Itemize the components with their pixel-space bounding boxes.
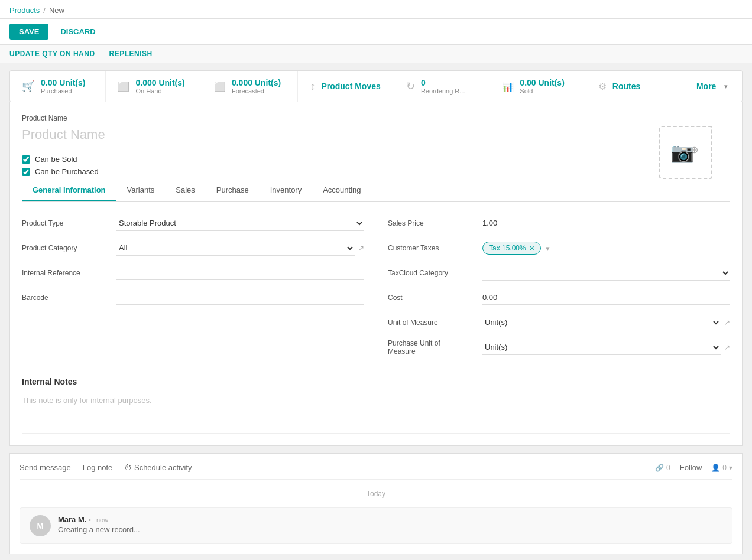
sales-price-row: Sales Price [388, 214, 730, 233]
stat-more[interactable]: More ▾ [682, 71, 742, 102]
cost-label: Cost [388, 294, 482, 302]
breadcrumb-separator: / [43, 6, 46, 15]
barcode-input[interactable] [116, 291, 364, 305]
discard-button[interactable]: DISCARD [53, 24, 102, 40]
stat-sold-number: 0.00 Unit(s) [520, 78, 564, 87]
on-hand-icon: ⬜ [118, 81, 129, 92]
internal-reference-input[interactable] [116, 266, 364, 280]
internal-reference-label: Internal Reference [22, 269, 116, 277]
product-type-select[interactable]: Storable Product [116, 216, 364, 231]
taxcloud-category-select[interactable] [482, 265, 730, 281]
internal-notes-input[interactable]: This note is only for internal purposes. [22, 391, 730, 409]
update-qty-button[interactable]: UPDATE QTY ON HAND [9, 50, 95, 58]
tab-inventory[interactable]: Inventory [260, 180, 312, 201]
tax-badge: Tax 15.00% × [482, 242, 541, 255]
message-separator: • [89, 516, 93, 523]
top-actions-bar: UPDATE QTY ON HAND REPLENISH [0, 45, 752, 63]
log-note-button[interactable]: Log note [83, 463, 113, 472]
save-button[interactable]: SAVE [9, 24, 48, 40]
stat-reordering[interactable]: ↻ 0 Reordering R... [394, 71, 490, 102]
message-header: Mara M. • now [58, 515, 722, 524]
unit-of-measure-row: Unit of Measure Unit(s) ↗ [388, 313, 730, 332]
can-be-sold-label: Can be Sold [35, 155, 77, 164]
routes-icon: ⚙ [598, 81, 607, 92]
stat-sold-label: Sold [520, 87, 564, 95]
stat-reordering-number: 0 [421, 78, 465, 87]
follow-button[interactable]: Follow [680, 463, 702, 472]
internal-reference-row: Internal Reference [22, 263, 364, 282]
follower-count: 👤 0 ▾ [711, 464, 732, 472]
message-item: M Mara M. • now Creating a new record... [20, 507, 732, 544]
tab-purchase[interactable]: Purchase [206, 180, 260, 201]
cost-input[interactable] [482, 291, 730, 305]
right-col: Sales Price Customer Taxes Tax 15.00% × … [388, 214, 730, 363]
stat-routes[interactable]: ⚙ Routes [586, 71, 682, 102]
notes-divider [22, 433, 730, 434]
purchase-uom-row: Purchase Unit ofMeasure Unit(s) ↗ [388, 338, 730, 357]
cost-row: Cost [388, 288, 730, 307]
forecasted-icon: ⬜ [214, 81, 226, 92]
stat-product-moves[interactable]: ↕ Product Moves [298, 71, 394, 102]
clock-icon: ⏱ [124, 463, 132, 472]
tab-accounting[interactable]: Accounting [312, 180, 371, 201]
sold-icon: 📊 [502, 81, 514, 92]
product-type-label: Product Type [22, 219, 116, 227]
product-category-row: Product Category All ↗ [22, 239, 364, 258]
purchase-uom-ext-link-icon[interactable]: ↗ [724, 343, 730, 351]
taxes-dropdown-icon[interactable]: ▾ [546, 244, 550, 253]
tab-sales[interactable]: Sales [165, 180, 206, 201]
schedule-activity-button[interactable]: ⏱ Schedule activity [124, 463, 192, 472]
category-ext-link-icon[interactable]: ↗ [358, 244, 364, 252]
chatter-actions-bar: Send message Log note ⏱ Schedule activit… [20, 463, 732, 480]
product-category-select[interactable]: All [116, 240, 355, 256]
stat-product-moves-number: Product Moves [321, 82, 380, 91]
barcode-label: Barcode [22, 294, 116, 302]
tab-variants[interactable]: Variants [116, 180, 166, 201]
product-image[interactable]: 📷⊕ [659, 126, 712, 179]
can-be-purchased-row: Can be Purchased [22, 167, 730, 176]
product-name-input[interactable] [22, 125, 365, 145]
message-body: Mara M. • now Creating a new record... [58, 515, 722, 536]
taxcloud-category-label: TaxCloud Category [388, 269, 482, 277]
send-message-button[interactable]: Send message [20, 463, 71, 472]
tab-general-information[interactable]: General Information [22, 180, 116, 201]
can-be-sold-checkbox[interactable] [22, 155, 30, 164]
sales-price-input[interactable] [482, 216, 730, 230]
sales-price-label: Sales Price [388, 219, 482, 227]
stat-reordering-label: Reordering R... [421, 87, 465, 95]
reordering-icon: ↻ [406, 80, 415, 93]
breadcrumb-parent-link[interactable]: Products [9, 6, 40, 15]
tax-badge-remove-icon[interactable]: × [530, 243, 534, 253]
replenish-button[interactable]: REPLENISH [109, 50, 153, 58]
chatter-right: 🔗 0 Follow 👤 0 ▾ [655, 463, 732, 472]
form-header: Product Name Can be Sold Can be Purchase… [22, 114, 730, 176]
can-be-purchased-checkbox[interactable] [22, 168, 30, 176]
can-be-purchased-label: Can be Purchased [35, 167, 99, 176]
stat-on-hand[interactable]: ⬜ 0.000 Unit(s) On Hand [106, 71, 202, 102]
stat-sold[interactable]: 📊 0.00 Unit(s) Sold [490, 71, 586, 102]
attachment-number: 0 [666, 464, 670, 472]
product-type-row: Product Type Storable Product [22, 214, 364, 233]
stat-on-hand-label: On Hand [135, 87, 184, 95]
followers-icon: 👤 [711, 464, 720, 472]
left-col: Product Type Storable Product Product Ca… [22, 214, 364, 363]
followers-chevron-icon: ▾ [729, 464, 732, 472]
stat-purchased[interactable]: 🛒 0.00 Unit(s) Purchased [10, 71, 106, 102]
tabs-bar: General Information Variants Sales Purch… [22, 180, 730, 202]
paperclip-icon: 🔗 [655, 464, 664, 472]
product-name-label: Product Name [22, 114, 730, 122]
product-category-label: Product Category [22, 244, 116, 252]
tax-badge-label: Tax 15.00% [489, 244, 526, 252]
product-moves-icon: ↕ [310, 80, 315, 93]
purchase-uom-label: Purchase Unit ofMeasure [388, 339, 482, 356]
today-label: Today [359, 490, 393, 498]
chatter: Send message Log note ⏱ Schedule activit… [9, 453, 743, 554]
unit-of-measure-select[interactable]: Unit(s) [482, 315, 721, 330]
more-chevron-icon: ▾ [724, 83, 728, 90]
uom-ext-link-icon[interactable]: ↗ [724, 318, 730, 327]
purchase-uom-select[interactable]: Unit(s) [482, 340, 721, 355]
attachment-count: 🔗 0 [655, 464, 670, 472]
stat-forecasted-label: Forecasted [232, 87, 281, 95]
internal-notes-section: Internal Notes This note is only for int… [22, 377, 730, 434]
stat-forecasted[interactable]: ⬜ 0.000 Unit(s) Forecasted [202, 71, 298, 102]
